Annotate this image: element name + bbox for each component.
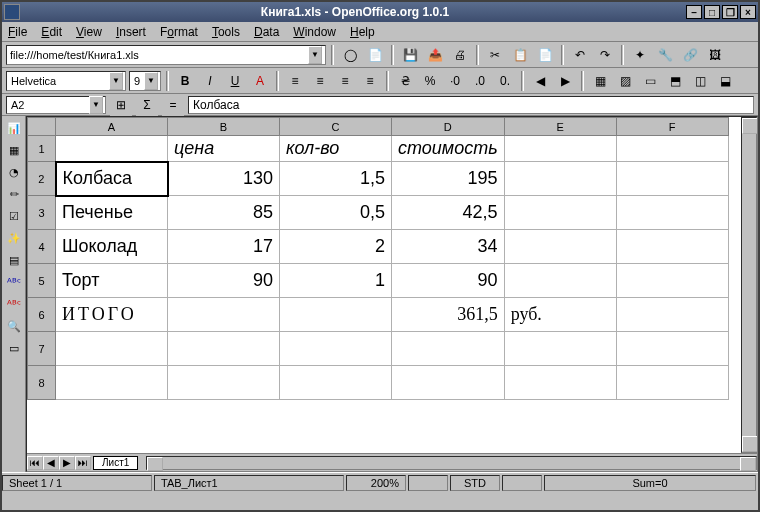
align-justify-icon[interactable]: ≡ [359,70,381,92]
cell-a8[interactable] [56,366,168,400]
select-all-corner[interactable] [28,118,56,136]
row-header-4[interactable]: 4 [28,230,56,264]
row-header-1[interactable]: 1 [28,136,56,162]
cell-b5[interactable]: 90 [168,264,280,298]
maximize-button[interactable]: □ [704,5,720,19]
cell-a3[interactable]: Печенье [56,196,168,230]
tab-last-icon[interactable]: ⏭ [75,456,91,470]
align-left-icon[interactable]: ≡ [284,70,306,92]
cell-d2[interactable]: 195 [392,162,505,196]
hyperlink-icon[interactable]: 🔗 [679,44,701,66]
grid[interactable]: A B C D E F 1 цена кол-во стоимос [27,117,741,453]
underline-button[interactable]: U [224,70,246,92]
cell-f2[interactable] [616,162,728,196]
print-icon[interactable]: 🖨 [449,44,471,66]
vertical-scrollbar[interactable] [741,117,757,453]
insert-object-icon[interactable]: ◔ [4,162,24,182]
italic-button[interactable]: I [199,70,221,92]
cell-a7[interactable] [56,332,168,366]
menu-help[interactable]: Help [350,25,375,39]
minimize-button[interactable]: – [686,5,702,19]
borders-icon[interactable]: ▦ [589,70,611,92]
align-right-icon[interactable]: ≡ [334,70,356,92]
formula-input[interactable]: Колбаса [188,96,754,114]
stop-icon[interactable]: ◯ [339,44,361,66]
cell-c5[interactable]: 1 [280,264,392,298]
save-icon[interactable]: 💾 [399,44,421,66]
font-color-icon[interactable]: A [249,70,271,92]
cell-d3[interactable]: 42,5 [392,196,505,230]
valign-middle-icon[interactable]: ◫ [689,70,711,92]
url-dropdown-icon[interactable]: ▼ [308,46,322,64]
function-wizard-icon[interactable]: ⊞ [110,94,132,116]
edit-doc-icon[interactable]: 📄 [364,44,386,66]
cell-e1[interactable] [504,136,616,162]
bg-color-icon[interactable]: ▨ [614,70,636,92]
restore-button[interactable]: ❐ [722,5,738,19]
cell-a1[interactable] [56,136,168,162]
sum-icon[interactable]: Σ [136,94,158,116]
cell-e5[interactable] [504,264,616,298]
align-center-icon[interactable]: ≡ [309,70,331,92]
cell-e3[interactable] [504,196,616,230]
col-header-a[interactable]: A [56,118,168,136]
cell-f3[interactable] [616,196,728,230]
navigator-icon[interactable]: ✦ [629,44,651,66]
datasource-icon[interactable]: ▭ [4,338,24,358]
row-header-7[interactable]: 7 [28,332,56,366]
draw-icon[interactable]: ✏ [4,184,24,204]
menu-file[interactable]: File [8,25,27,39]
font-size-combo[interactable]: 9▼ [129,71,161,91]
cell-b1[interactable]: цена [168,136,280,162]
row-header-5[interactable]: 5 [28,264,56,298]
cell-c4[interactable]: 2 [280,230,392,264]
increase-indent-icon[interactable]: ▶ [554,70,576,92]
col-header-f[interactable]: F [616,118,728,136]
cell-e4[interactable] [504,230,616,264]
theme-icon[interactable]: ▤ [4,250,24,270]
redo-icon[interactable]: ↷ [594,44,616,66]
remove-decimal-icon[interactable]: 0. [494,70,516,92]
tab-prev-icon[interactable]: ◀ [43,456,59,470]
cell-d5[interactable]: 90 [392,264,505,298]
cell-b2[interactable]: 130 [168,162,280,196]
cut-icon[interactable]: ✂ [484,44,506,66]
cell-f1[interactable] [616,136,728,162]
number-icon[interactable]: ·0 [444,70,466,92]
bold-button[interactable]: B [174,70,196,92]
valign-top-icon[interactable]: ⬒ [664,70,686,92]
cell-e6[interactable]: руб. [504,298,616,332]
status-sum[interactable]: Sum=0 [544,475,756,491]
cell-b4[interactable]: 17 [168,230,280,264]
row-header-2[interactable]: 2 [28,162,56,196]
menu-view[interactable]: View [76,25,102,39]
cell-d6[interactable]: 361,5 [392,298,505,332]
stylist-icon[interactable]: 🔧 [654,44,676,66]
menu-window[interactable]: Window [293,25,336,39]
font-name-combo[interactable]: Helvetica▼ [6,71,126,91]
titlebar[interactable]: Книга1.xls - OpenOffice.org 1.0.1 – □ ❐ … [2,2,758,22]
valign-bottom-icon[interactable]: ⬓ [714,70,736,92]
cell-b3[interactable]: 85 [168,196,280,230]
merge-icon[interactable]: ▭ [639,70,661,92]
autospell-icon[interactable]: ᴬᴮᶜ [4,294,24,314]
menu-data[interactable]: Data [254,25,279,39]
form-icon[interactable]: ☑ [4,206,24,226]
cell-c2[interactable]: 1,5 [280,162,392,196]
menu-format[interactable]: Format [160,25,198,39]
cell-b6[interactable] [168,298,280,332]
cell-a2[interactable]: Колбаса [56,162,168,196]
cell-c6[interactable] [280,298,392,332]
cell-c3[interactable]: 0,5 [280,196,392,230]
percent-icon[interactable]: % [419,70,441,92]
menu-tools[interactable]: Tools [212,25,240,39]
cell-c1[interactable]: кол-во [280,136,392,162]
equals-icon[interactable]: = [162,94,184,116]
cell-a4[interactable]: Шоколад [56,230,168,264]
sheet-tab-1[interactable]: Лист1 [93,456,138,470]
find-icon[interactable]: 🔍 [4,316,24,336]
col-header-e[interactable]: E [504,118,616,136]
cell-f5[interactable] [616,264,728,298]
paste-icon[interactable]: 📄 [534,44,556,66]
undo-icon[interactable]: ↶ [569,44,591,66]
